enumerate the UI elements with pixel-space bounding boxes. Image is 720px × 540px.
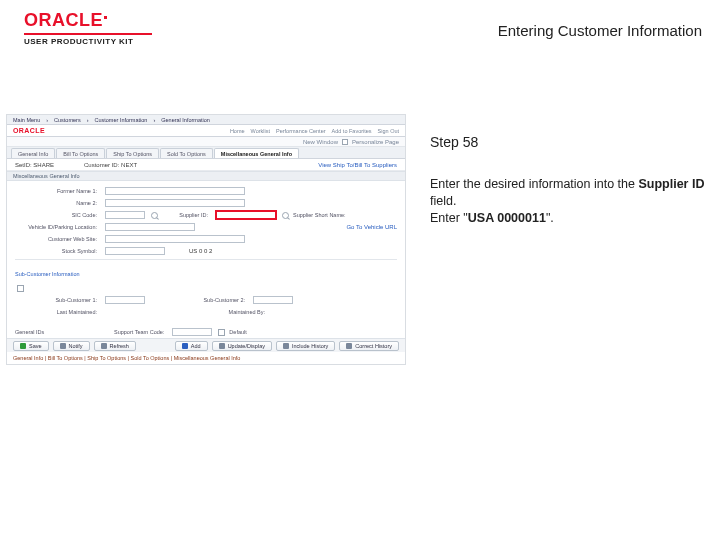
form-area: Former Name 1: Name 2: SIC Code: Supplie… [7, 181, 405, 268]
correct-icon [346, 343, 352, 349]
include-history-button[interactable]: Include History [276, 341, 335, 351]
name2-field[interactable] [105, 199, 245, 207]
bunit-value: US 0 0 2 [189, 248, 212, 254]
nav-link-home[interactable]: Home [230, 128, 245, 134]
lastmaint-label: Last Maintained: [15, 309, 101, 315]
supplier-id-field[interactable] [216, 211, 276, 219]
correct-label: Correct History [355, 343, 392, 349]
notify-icon [60, 343, 66, 349]
view-suppliers-link[interactable]: View Ship To/Bill To Suppliers [318, 162, 397, 168]
stock-field[interactable] [105, 247, 165, 255]
nav-link-signout[interactable]: Sign Out [378, 128, 399, 134]
step-number: Step 58 [430, 134, 706, 150]
app-nav-right: Home Worklist Performance Center Add to … [230, 128, 399, 134]
former-name-field[interactable] [105, 187, 245, 195]
page-title: Entering Customer Information [498, 22, 702, 39]
history-label: Include History [292, 343, 328, 349]
tab-billto[interactable]: Bill To Options [56, 148, 105, 158]
general-ids-label: General IDs [15, 329, 44, 335]
web-label: Customer Web Site: [15, 236, 101, 242]
history-icon [283, 343, 289, 349]
sic-label: SIC Code: [15, 212, 101, 218]
custid-label: Customer ID: [84, 162, 119, 168]
oracle-logo-block: ORACLE USER PRODUCTIVITY KIT [24, 10, 152, 46]
section-header-misc: Miscellaneous General Info [7, 171, 405, 181]
update-label: Update/Display [228, 343, 265, 349]
infobar-personalize[interactable]: Personalize Page [352, 139, 399, 145]
vehicle-url-link[interactable]: Go To Vehicle URL [346, 224, 397, 230]
subcust-checkbox[interactable] [17, 285, 24, 292]
nav-link-perf[interactable]: Performance Center [276, 128, 326, 134]
default-label: Default [229, 329, 246, 335]
setid-value: SHARE [33, 162, 54, 168]
page-banner: ORACLE USER PRODUCTIVITY KIT Entering Cu… [0, 0, 720, 56]
supplier-short-label: Supplier Short Name: [293, 212, 350, 218]
instr2-prefix: Enter " [430, 211, 468, 225]
setid-label: SetID: [15, 162, 32, 168]
update-icon [219, 343, 225, 349]
support-team-field[interactable] [172, 328, 212, 336]
oracle-logo-dot-icon [104, 16, 107, 19]
notify-button[interactable]: Notify [53, 341, 90, 351]
name2-label: Name 2: [15, 200, 101, 206]
subcustomer-toggle[interactable]: Sub-Customer Information [7, 268, 405, 280]
oracle-logo: ORACLE [24, 10, 152, 31]
instr2-suffix: ". [546, 211, 554, 225]
tab-general-info[interactable]: General Info [11, 148, 55, 158]
support-team-label: Support Team Code: [48, 329, 168, 335]
add-icon [182, 343, 188, 349]
stock-label: Stock Symbol: [15, 248, 101, 254]
web-field[interactable] [105, 235, 245, 243]
refresh-button[interactable]: Refresh [94, 341, 136, 351]
sic-field[interactable] [105, 211, 145, 219]
infobar-checkbox-icon[interactable] [342, 139, 348, 145]
supplier-lookup-icon[interactable] [282, 212, 289, 219]
save-icon [20, 343, 26, 349]
breadcrumb-item[interactable]: General Information [161, 117, 210, 123]
supplier-label: Supplier ID: [162, 212, 212, 218]
refresh-label: Refresh [110, 343, 129, 349]
custid-value: NEXT [121, 162, 137, 168]
subcust1-label: Sub-Customer 1: [15, 297, 101, 303]
subcust1-field[interactable] [105, 296, 145, 304]
tab-misc-general[interactable]: Miscellaneous General Info [214, 148, 299, 158]
correct-history-button[interactable]: Correct History [339, 341, 399, 351]
breadcrumb-item[interactable]: Customers [54, 117, 81, 123]
default-checkbox[interactable] [218, 329, 225, 336]
instr-prefix: Enter the desired information into the [430, 177, 638, 191]
app-tabs: General Info Bill To Options Ship To Opt… [7, 147, 405, 159]
save-label: Save [29, 343, 42, 349]
add-button[interactable]: Add [175, 341, 208, 351]
infobar-newwindow[interactable]: New Window [303, 139, 338, 145]
breadcrumb-item[interactable]: Customer Information [95, 117, 148, 123]
app-screenshot: Main Menu › Customers › Customer Informa… [6, 114, 406, 365]
subcust2-label: Sub-Customer 2: [149, 297, 249, 303]
subcust2-field[interactable] [253, 296, 293, 304]
instruction-text: Enter the desired information into the S… [430, 176, 706, 227]
app-infobar: New Window Personalize Page [7, 137, 405, 147]
nav-link-fav[interactable]: Add to Favorites [332, 128, 372, 134]
app-brand-text: ORACLE [13, 127, 45, 134]
divider [15, 259, 397, 260]
instruction-panel: Step 58 Enter the desired information in… [406, 114, 706, 365]
sic-lookup-icon[interactable] [151, 212, 158, 219]
oracle-app-window: Main Menu › Customers › Customer Informa… [6, 114, 406, 365]
general-ids-row: General IDs Support Team Code: Default [7, 324, 405, 338]
breadcrumb-bar: Main Menu › Customers › Customer Informa… [7, 115, 405, 125]
vehicle-field[interactable] [105, 223, 195, 231]
oracle-sub-brand: USER PRODUCTIVITY KIT [24, 37, 152, 46]
refresh-icon [101, 343, 107, 349]
bottom-tab-links[interactable]: General Info | Bill To Options | Ship To… [7, 352, 405, 364]
tab-shipto[interactable]: Ship To Options [106, 148, 159, 158]
nav-link-worklist[interactable]: Worklist [251, 128, 270, 134]
save-button[interactable]: Save [13, 341, 49, 351]
former-name-label: Former Name 1: [15, 188, 101, 194]
instr-suffix: field. [430, 194, 456, 208]
context-row: SetID: SHARE Customer ID: NEXT View Ship… [7, 159, 405, 171]
vehicle-label: Vehicle ID/Parking Location: [15, 224, 101, 230]
button-bar: Save Notify Refresh Add Update/Display I… [7, 338, 405, 352]
breadcrumb-item[interactable]: Main Menu [13, 117, 40, 123]
update-display-button[interactable]: Update/Display [212, 341, 272, 351]
tab-soldto[interactable]: Sold To Options [160, 148, 213, 158]
instr2-value: USA 0000011 [468, 211, 546, 225]
